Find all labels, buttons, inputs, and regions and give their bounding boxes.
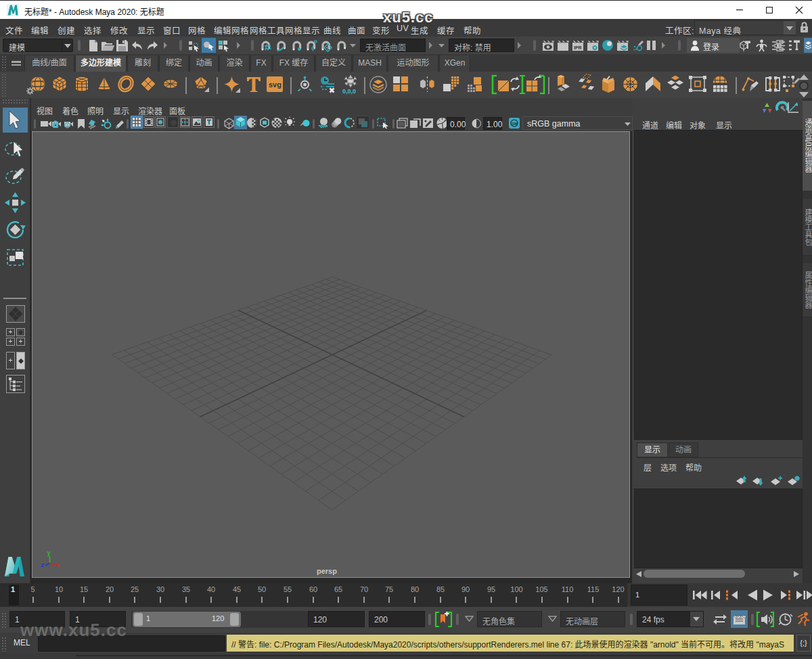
svg-text:ON: ON [512,122,517,126]
svg-text:y: y [47,549,51,556]
svg-text:persp: persp [317,567,337,575]
svg-text:z: z [41,562,45,568]
svg-text:0,0,0: 0,0,0 [342,88,356,95]
svg-text:x: x [56,562,60,569]
svg-text:IPR: IPR [574,45,582,50]
svg-text:svg: svg [269,81,281,89]
